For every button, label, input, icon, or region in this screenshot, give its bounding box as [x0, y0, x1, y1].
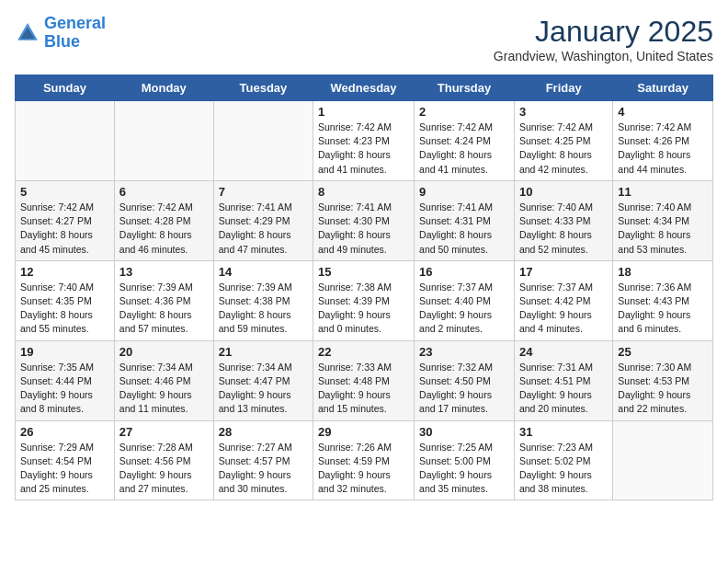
- day-info: Sunrise: 7:42 AM Sunset: 4:25 PM Dayligh…: [519, 121, 608, 177]
- calendar-cell: 31Sunrise: 7:23 AM Sunset: 5:02 PM Dayli…: [514, 420, 612, 500]
- day-info: Sunrise: 7:41 AM Sunset: 4:31 PM Dayligh…: [419, 201, 509, 257]
- day-info: Sunrise: 7:37 AM Sunset: 4:40 PM Dayligh…: [419, 281, 509, 337]
- day-info: Sunrise: 7:42 AM Sunset: 4:23 PM Dayligh…: [318, 121, 409, 177]
- logo-text: General Blue: [44, 15, 106, 52]
- day-info: Sunrise: 7:41 AM Sunset: 4:29 PM Dayligh…: [219, 201, 308, 257]
- calendar-week-row: 19Sunrise: 7:35 AM Sunset: 4:44 PM Dayli…: [16, 340, 713, 420]
- day-info: Sunrise: 7:39 AM Sunset: 4:36 PM Dayligh…: [119, 281, 209, 337]
- day-number: 22: [318, 345, 409, 359]
- day-number: 10: [519, 185, 608, 199]
- calendar-cell: 14Sunrise: 7:39 AM Sunset: 4:38 PM Dayli…: [213, 260, 313, 340]
- day-number: 29: [318, 425, 409, 439]
- day-info: Sunrise: 7:27 AM Sunset: 4:57 PM Dayligh…: [219, 441, 308, 497]
- calendar-cell: 13Sunrise: 7:39 AM Sunset: 4:36 PM Dayli…: [114, 260, 213, 340]
- calendar-cell: 8Sunrise: 7:41 AM Sunset: 4:30 PM Daylig…: [313, 180, 415, 260]
- calendar-cell: [16, 101, 115, 181]
- calendar-week-row: 26Sunrise: 7:29 AM Sunset: 4:54 PM Dayli…: [16, 420, 713, 500]
- calendar-cell: [213, 101, 313, 181]
- calendar-cell: 24Sunrise: 7:31 AM Sunset: 4:51 PM Dayli…: [514, 340, 612, 420]
- calendar-cell: 17Sunrise: 7:37 AM Sunset: 4:42 PM Dayli…: [514, 260, 612, 340]
- calendar-cell: 3Sunrise: 7:42 AM Sunset: 4:25 PM Daylig…: [514, 101, 612, 181]
- day-info: Sunrise: 7:40 AM Sunset: 4:35 PM Dayligh…: [20, 281, 109, 337]
- day-info: Sunrise: 7:35 AM Sunset: 4:44 PM Dayligh…: [20, 361, 109, 417]
- calendar-cell: 10Sunrise: 7:40 AM Sunset: 4:33 PM Dayli…: [514, 180, 612, 260]
- calendar-cell: 18Sunrise: 7:36 AM Sunset: 4:43 PM Dayli…: [613, 260, 713, 340]
- day-number: 13: [119, 265, 209, 279]
- calendar-cell: 5Sunrise: 7:42 AM Sunset: 4:27 PM Daylig…: [16, 180, 115, 260]
- logo-line2: Blue: [44, 32, 80, 51]
- day-number: 7: [219, 185, 308, 199]
- day-number: 2: [419, 105, 509, 119]
- weekday-header-thursday: Thursday: [415, 75, 515, 101]
- calendar-cell: 21Sunrise: 7:34 AM Sunset: 4:47 PM Dayli…: [213, 340, 313, 420]
- title-block: January 2025 Grandview, Washington, Unit…: [494, 15, 713, 63]
- month-title: January 2025: [494, 15, 713, 49]
- calendar-cell: 2Sunrise: 7:42 AM Sunset: 4:24 PM Daylig…: [415, 101, 515, 181]
- day-number: 25: [618, 345, 708, 359]
- weekday-header-wednesday: Wednesday: [313, 75, 415, 101]
- day-number: 31: [519, 425, 608, 439]
- calendar-cell: 22Sunrise: 7:33 AM Sunset: 4:48 PM Dayli…: [313, 340, 415, 420]
- day-number: 6: [119, 185, 209, 199]
- day-number: 18: [618, 265, 708, 279]
- calendar-cell: 7Sunrise: 7:41 AM Sunset: 4:29 PM Daylig…: [213, 180, 313, 260]
- calendar-cell: 16Sunrise: 7:37 AM Sunset: 4:40 PM Dayli…: [415, 260, 515, 340]
- day-info: Sunrise: 7:34 AM Sunset: 4:47 PM Dayligh…: [219, 361, 308, 417]
- calendar-cell: 1Sunrise: 7:42 AM Sunset: 4:23 PM Daylig…: [313, 101, 415, 181]
- day-number: 12: [20, 265, 109, 279]
- day-number: 26: [20, 425, 109, 439]
- calendar-cell: 28Sunrise: 7:27 AM Sunset: 4:57 PM Dayli…: [213, 420, 313, 500]
- day-number: 1: [318, 105, 409, 119]
- calendar-cell: 20Sunrise: 7:34 AM Sunset: 4:46 PM Dayli…: [114, 340, 213, 420]
- calendar-cell: 25Sunrise: 7:30 AM Sunset: 4:53 PM Dayli…: [613, 340, 713, 420]
- day-number: 9: [419, 185, 509, 199]
- calendar-cell: [613, 420, 713, 500]
- day-info: Sunrise: 7:42 AM Sunset: 4:26 PM Dayligh…: [618, 121, 708, 177]
- location: Grandview, Washington, United States: [494, 49, 713, 63]
- day-info: Sunrise: 7:37 AM Sunset: 4:42 PM Dayligh…: [519, 281, 608, 337]
- calendar-cell: 6Sunrise: 7:42 AM Sunset: 4:28 PM Daylig…: [114, 180, 213, 260]
- day-info: Sunrise: 7:32 AM Sunset: 4:50 PM Dayligh…: [419, 361, 509, 417]
- day-number: 30: [419, 425, 509, 439]
- calendar-week-row: 5Sunrise: 7:42 AM Sunset: 4:27 PM Daylig…: [16, 180, 713, 260]
- logo-line1: General: [44, 14, 106, 32]
- day-info: Sunrise: 7:25 AM Sunset: 5:00 PM Dayligh…: [419, 441, 509, 497]
- weekday-header-sunday: Sunday: [16, 75, 115, 101]
- weekday-header-friday: Friday: [514, 75, 612, 101]
- calendar-cell: 30Sunrise: 7:25 AM Sunset: 5:00 PM Dayli…: [415, 420, 515, 500]
- calendar-cell: 4Sunrise: 7:42 AM Sunset: 4:26 PM Daylig…: [613, 101, 713, 181]
- day-number: 8: [318, 185, 409, 199]
- page-header: General Blue January 2025 Grandview, Was…: [15, 15, 713, 63]
- day-info: Sunrise: 7:31 AM Sunset: 4:51 PM Dayligh…: [519, 361, 608, 417]
- day-info: Sunrise: 7:30 AM Sunset: 4:53 PM Dayligh…: [618, 361, 708, 417]
- day-number: 20: [119, 345, 209, 359]
- day-number: 5: [20, 185, 109, 199]
- logo: General Blue: [15, 15, 106, 52]
- day-info: Sunrise: 7:42 AM Sunset: 4:24 PM Dayligh…: [419, 121, 509, 177]
- calendar-week-row: 1Sunrise: 7:42 AM Sunset: 4:23 PM Daylig…: [16, 101, 713, 181]
- calendar-cell: 11Sunrise: 7:40 AM Sunset: 4:34 PM Dayli…: [613, 180, 713, 260]
- weekday-header-row: SundayMondayTuesdayWednesdayThursdayFrid…: [16, 75, 713, 101]
- day-info: Sunrise: 7:28 AM Sunset: 4:56 PM Dayligh…: [119, 441, 209, 497]
- calendar-cell: 15Sunrise: 7:38 AM Sunset: 4:39 PM Dayli…: [313, 260, 415, 340]
- day-info: Sunrise: 7:34 AM Sunset: 4:46 PM Dayligh…: [119, 361, 209, 417]
- calendar-cell: 29Sunrise: 7:26 AM Sunset: 4:59 PM Dayli…: [313, 420, 415, 500]
- day-info: Sunrise: 7:29 AM Sunset: 4:54 PM Dayligh…: [20, 441, 109, 497]
- day-info: Sunrise: 7:41 AM Sunset: 4:30 PM Dayligh…: [318, 201, 409, 257]
- weekday-header-saturday: Saturday: [613, 75, 713, 101]
- day-number: 19: [20, 345, 109, 359]
- calendar-week-row: 12Sunrise: 7:40 AM Sunset: 4:35 PM Dayli…: [16, 260, 713, 340]
- day-number: 15: [318, 265, 409, 279]
- day-info: Sunrise: 7:38 AM Sunset: 4:39 PM Dayligh…: [318, 281, 409, 337]
- day-info: Sunrise: 7:40 AM Sunset: 4:33 PM Dayligh…: [519, 201, 608, 257]
- calendar-cell: 23Sunrise: 7:32 AM Sunset: 4:50 PM Dayli…: [415, 340, 515, 420]
- day-info: Sunrise: 7:40 AM Sunset: 4:34 PM Dayligh…: [618, 201, 708, 257]
- day-info: Sunrise: 7:26 AM Sunset: 4:59 PM Dayligh…: [318, 441, 409, 497]
- calendar-cell: 26Sunrise: 7:29 AM Sunset: 4:54 PM Dayli…: [16, 420, 115, 500]
- calendar-cell: [114, 101, 213, 181]
- day-number: 16: [419, 265, 509, 279]
- calendar-cell: 9Sunrise: 7:41 AM Sunset: 4:31 PM Daylig…: [415, 180, 515, 260]
- day-number: 27: [119, 425, 209, 439]
- day-number: 21: [219, 345, 308, 359]
- day-info: Sunrise: 7:33 AM Sunset: 4:48 PM Dayligh…: [318, 361, 409, 417]
